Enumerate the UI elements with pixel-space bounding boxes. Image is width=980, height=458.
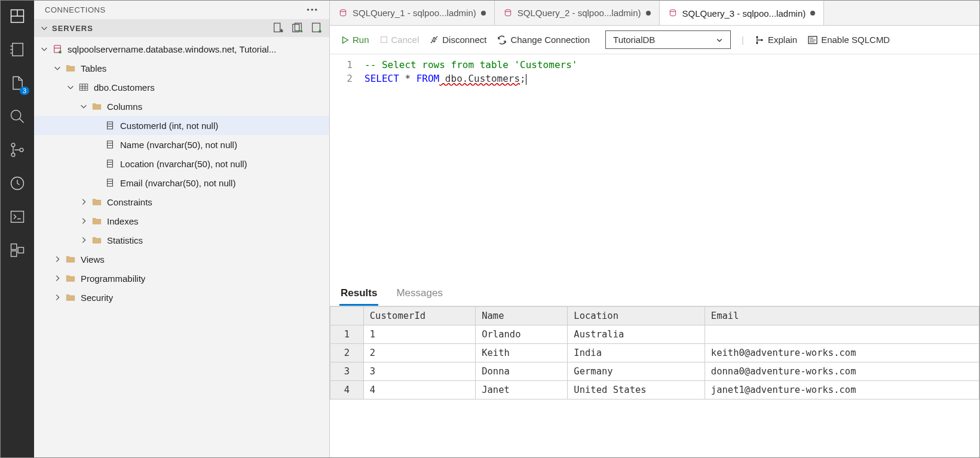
source-control-icon[interactable] [9, 142, 26, 158]
svg-rect-3 [13, 44, 23, 56]
cell[interactable] [705, 325, 979, 344]
cell[interactable]: Donna [476, 362, 568, 381]
dirty-dot-icon [481, 11, 486, 16]
line-gutter: 1 2 [330, 58, 365, 278]
cell[interactable]: keith0@adventure-works.com [705, 344, 979, 362]
cell[interactable]: Australia [568, 325, 705, 344]
svg-point-9 [11, 143, 15, 147]
cell[interactable]: janet1@adventure-works.com [705, 381, 979, 399]
chevron-right-icon [53, 274, 62, 282]
svg-point-47 [670, 10, 675, 12]
sidebar-more-icon[interactable]: ••• [307, 5, 318, 14]
table-row[interactable]: 33DonnaGermanydonna0@adventure-works.com [330, 362, 979, 381]
tab-sqlquery-3[interactable]: SQLQuery_3 - sqlpoo...ladmin) [660, 1, 825, 25]
cancel-button[interactable]: Cancel [380, 35, 419, 45]
new-connection-icon[interactable]: + [272, 21, 285, 35]
statistics-node[interactable]: Statistics [34, 230, 329, 250]
svg-rect-13 [11, 211, 24, 223]
column-header[interactable]: CustomerId [363, 307, 475, 325]
change-connection-button[interactable]: Change Connection [497, 35, 590, 45]
svg-point-10 [11, 153, 15, 156]
tab-results[interactable]: Results [339, 281, 378, 306]
column-header[interactable]: Name [476, 307, 568, 325]
cell[interactable]: Keith [476, 344, 568, 362]
folder-icon [91, 101, 102, 112]
chevron-right-icon [79, 198, 88, 206]
cell[interactable]: Germany [568, 362, 705, 381]
comment-text: -- Select rows from table 'Customers' [365, 59, 577, 70]
run-button[interactable]: Run [341, 35, 369, 45]
extensions-icon[interactable] [9, 242, 26, 259]
svg-rect-17 [274, 23, 280, 32]
column-location[interactable]: Location (nvarchar(50), not null) [34, 154, 329, 173]
table-row[interactable]: 22KeithIndiakeith0@adventure-works.com [330, 344, 979, 362]
table-row[interactable]: 44JanetUnited Statesjanet1@adventure-wor… [330, 381, 979, 399]
code-editor[interactable]: 1 2 -- Select rows from table 'Customers… [330, 54, 979, 281]
indexes-node[interactable]: Indexes [34, 211, 329, 230]
tables-node[interactable]: Tables [34, 59, 329, 78]
svg-rect-14 [11, 244, 17, 250]
columns-label: Columns [107, 102, 142, 112]
servers-icon[interactable] [9, 8, 26, 24]
svg-line-8 [20, 119, 24, 123]
tree-label: Views [81, 254, 105, 265]
notebook-icon[interactable] [9, 41, 26, 58]
history-icon[interactable] [9, 175, 26, 192]
new-group-icon[interactable] [291, 21, 304, 35]
results-grid[interactable]: CustomerId Name Location Email 11Orlando… [330, 306, 979, 399]
security-node[interactable]: Security [34, 288, 329, 307]
new-query-icon[interactable] [310, 21, 323, 35]
tab-sqlquery-1[interactable]: SQLQuery_1 - sqlpoo...ladmin) [330, 1, 495, 25]
database-select-value: TutorialDB [613, 35, 655, 45]
columns-node[interactable]: Columns [34, 97, 329, 116]
disconnect-icon [430, 35, 439, 44]
change-connection-label: Change Connection [510, 35, 590, 45]
tree-label: Statistics [107, 235, 143, 245]
disconnect-button[interactable]: Disconnect [430, 35, 486, 45]
cell[interactable]: donna0@adventure-works.com [705, 362, 979, 381]
database-select[interactable]: TutorialDB [605, 30, 731, 49]
chevron-down-icon [40, 45, 48, 53]
server-icon [52, 44, 63, 54]
enable-sqlcmd-button[interactable]: Enable SQLCMD [808, 35, 890, 45]
svg-rect-23 [313, 23, 320, 32]
chevron-right-icon [53, 255, 62, 263]
cell[interactable]: United States [568, 381, 705, 399]
activity-bar: 3 [1, 1, 34, 457]
tab-sqlquery-2[interactable]: SQLQuery_2 - sqlpoo...ladmin) [495, 1, 660, 25]
views-node[interactable]: Views [34, 250, 329, 269]
play-icon [341, 36, 349, 44]
folder-icon [65, 273, 76, 284]
sidebar-title: CONNECTIONS ••• [34, 1, 329, 19]
explorer-icon[interactable]: 3 [9, 75, 26, 91]
cell[interactable]: 4 [363, 381, 475, 399]
svg-rect-42 [108, 179, 113, 186]
dirty-dot-icon [646, 11, 651, 16]
explain-button[interactable]: Explain [755, 35, 797, 45]
constraints-node[interactable]: Constraints [34, 192, 329, 211]
tree-label: Constraints [107, 197, 152, 207]
column-name[interactable]: Name (nvarchar(50), not null) [34, 135, 329, 154]
cell[interactable]: 3 [363, 362, 475, 381]
search-icon[interactable] [9, 108, 26, 125]
cell[interactable]: India [568, 344, 705, 362]
table-row[interactable]: 11OrlandoAustralia [330, 325, 979, 344]
cell[interactable]: 2 [363, 344, 475, 362]
column-email[interactable]: Email (nvarchar(50), not null) [34, 173, 329, 192]
programmability-node[interactable]: Programmability [34, 269, 329, 288]
table-node-customers[interactable]: dbo.Customers [34, 78, 329, 97]
server-node[interactable]: sqlpoolservername.database.windows.net, … [34, 39, 329, 59]
servers-section-header[interactable]: SERVERS + [34, 19, 329, 37]
column-header[interactable]: Location [568, 307, 705, 325]
column-header[interactable]: Email [705, 307, 979, 325]
terminal-icon[interactable] [9, 208, 26, 225]
cell[interactable]: Orlando [476, 325, 568, 344]
cell[interactable]: Janet [476, 381, 568, 399]
column-customer-id[interactable]: CustomerId (int, not null) [34, 116, 329, 135]
cell[interactable]: 1 [363, 325, 475, 344]
stop-icon [380, 36, 388, 44]
chevron-down-icon [716, 36, 723, 44]
row-number: 4 [330, 381, 364, 399]
code-body[interactable]: -- Select rows from table 'Customers' SE… [365, 58, 577, 278]
tab-messages[interactable]: Messages [395, 281, 443, 306]
